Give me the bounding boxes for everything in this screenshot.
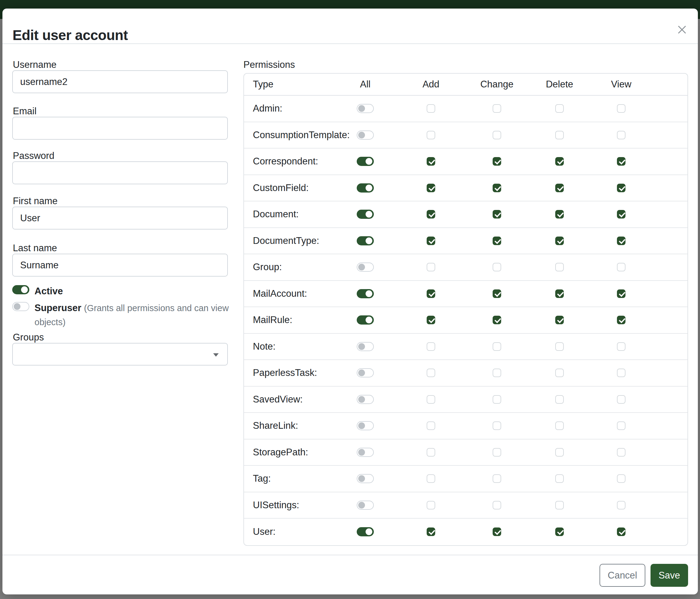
permission-add-checkbox[interactable] (427, 501, 435, 509)
permission-all-toggle[interactable] (357, 342, 374, 351)
first-name-input[interactable] (12, 207, 228, 230)
permission-view-checkbox[interactable] (617, 342, 625, 351)
permission-all-toggle[interactable] (357, 368, 374, 378)
permission-all-toggle[interactable] (357, 527, 374, 536)
permission-view-checkbox[interactable] (617, 104, 625, 113)
permission-all-toggle[interactable] (357, 104, 374, 113)
permission-delete-checkbox[interactable] (555, 184, 564, 192)
permission-view-checkbox[interactable] (617, 527, 625, 536)
permission-all-toggle[interactable] (357, 474, 374, 483)
permission-all-toggle[interactable] (357, 130, 374, 140)
permission-delete-checkbox[interactable] (555, 342, 564, 351)
close-button[interactable] (675, 23, 689, 37)
permission-view-checkbox[interactable] (617, 501, 625, 509)
permission-change-checkbox[interactable] (493, 237, 501, 245)
permission-view-checkbox[interactable] (617, 210, 625, 218)
permission-row: MailRule: (244, 307, 688, 334)
save-button[interactable]: Save (651, 564, 688, 587)
permission-view-checkbox[interactable] (617, 237, 625, 245)
permission-all-toggle[interactable] (357, 395, 374, 404)
permission-add-checkbox[interactable] (427, 289, 435, 298)
permission-change-checkbox[interactable] (493, 184, 501, 192)
permission-delete-checkbox[interactable] (555, 501, 564, 509)
permission-add-checkbox[interactable] (427, 368, 435, 377)
password-input[interactable] (12, 161, 228, 184)
permission-delete-checkbox[interactable] (555, 104, 564, 113)
permission-delete-checkbox[interactable] (555, 368, 564, 377)
permission-delete-checkbox[interactable] (555, 157, 564, 166)
last-name-input[interactable] (12, 254, 228, 277)
permission-view-checkbox[interactable] (617, 157, 625, 166)
toggle-knob (358, 502, 365, 508)
permission-delete-checkbox[interactable] (555, 289, 564, 298)
permission-add-checkbox[interactable] (427, 527, 435, 536)
password-label: Password (13, 150, 54, 161)
groups-select[interactable] (12, 343, 228, 365)
permission-all-toggle[interactable] (357, 157, 374, 166)
permission-change-checkbox[interactable] (493, 131, 501, 139)
permission-change-checkbox[interactable] (493, 157, 501, 166)
permission-delete-checkbox[interactable] (555, 474, 564, 483)
email-input[interactable] (12, 117, 228, 140)
permission-change-checkbox[interactable] (493, 448, 501, 457)
permission-add-checkbox[interactable] (427, 131, 435, 139)
permission-change-checkbox[interactable] (493, 501, 501, 509)
permission-delete-checkbox[interactable] (555, 448, 564, 457)
permission-add-checkbox[interactable] (427, 422, 435, 430)
permission-add-checkbox[interactable] (427, 395, 435, 404)
permission-view-checkbox[interactable] (617, 422, 625, 430)
permission-change-checkbox[interactable] (493, 263, 501, 271)
cancel-button[interactable]: Cancel (600, 564, 645, 587)
permission-add-checkbox[interactable] (427, 237, 435, 245)
permission-view-checkbox[interactable] (617, 263, 625, 271)
permission-add-checkbox[interactable] (427, 157, 435, 166)
username-input[interactable] (12, 70, 228, 93)
permission-add-checkbox[interactable] (427, 184, 435, 192)
permission-add-checkbox[interactable] (427, 210, 435, 218)
permission-add-checkbox[interactable] (427, 342, 435, 351)
active-toggle[interactable] (12, 285, 29, 294)
column-header-add: Add (398, 79, 464, 90)
permission-delete-checkbox[interactable] (555, 263, 564, 271)
permission-delete-checkbox[interactable] (555, 422, 564, 430)
permission-change-checkbox[interactable] (493, 210, 501, 218)
permission-add-checkbox[interactable] (427, 104, 435, 113)
permission-change-checkbox[interactable] (493, 422, 501, 430)
permission-all-toggle[interactable] (357, 236, 374, 245)
permission-all-toggle[interactable] (357, 263, 374, 272)
permission-view-checkbox[interactable] (617, 316, 625, 324)
permission-view-checkbox[interactable] (617, 474, 625, 483)
permission-add-checkbox[interactable] (427, 474, 435, 483)
permission-all-toggle[interactable] (357, 289, 374, 298)
permission-change-checkbox[interactable] (493, 342, 501, 351)
permission-delete-checkbox[interactable] (555, 210, 564, 218)
permission-all-toggle[interactable] (357, 183, 374, 193)
permission-all-toggle[interactable] (357, 210, 374, 219)
permission-change-checkbox[interactable] (493, 104, 501, 113)
superuser-toggle[interactable] (12, 302, 29, 311)
permission-change-checkbox[interactable] (493, 368, 501, 377)
permission-view-checkbox[interactable] (617, 131, 625, 139)
permission-view-checkbox[interactable] (617, 448, 625, 457)
permission-view-checkbox[interactable] (617, 289, 625, 298)
permission-change-checkbox[interactable] (493, 289, 501, 298)
permission-delete-checkbox[interactable] (555, 316, 564, 324)
permission-all-toggle[interactable] (357, 501, 374, 510)
permission-view-checkbox[interactable] (617, 395, 625, 404)
permission-change-checkbox[interactable] (493, 395, 501, 404)
permission-delete-checkbox[interactable] (555, 527, 564, 536)
permission-add-checkbox[interactable] (427, 263, 435, 271)
permission-add-checkbox[interactable] (427, 316, 435, 324)
permission-change-checkbox[interactable] (493, 474, 501, 483)
permission-change-checkbox[interactable] (493, 316, 501, 324)
permission-all-toggle[interactable] (357, 421, 374, 430)
permission-add-checkbox[interactable] (427, 448, 435, 457)
permission-all-toggle[interactable] (357, 448, 374, 457)
permission-delete-checkbox[interactable] (555, 131, 564, 139)
permission-view-checkbox[interactable] (617, 184, 625, 192)
permission-change-checkbox[interactable] (493, 527, 501, 536)
permission-all-toggle[interactable] (357, 315, 374, 325)
permission-view-checkbox[interactable] (617, 368, 625, 377)
permission-delete-checkbox[interactable] (555, 237, 564, 245)
permission-delete-checkbox[interactable] (555, 395, 564, 404)
